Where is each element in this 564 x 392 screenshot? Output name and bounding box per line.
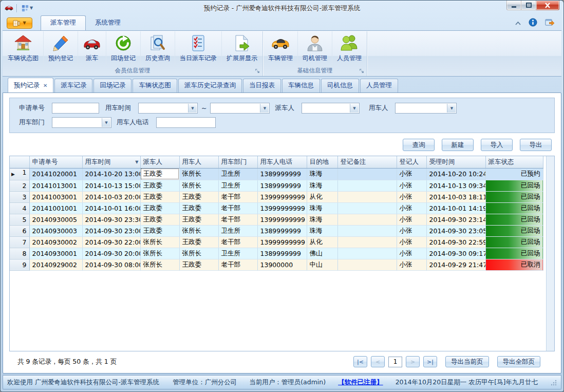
cell-status[interactable]: 已预约 bbox=[485, 168, 543, 180]
cell-use_time[interactable]: 2014-09-30 08:00 bbox=[82, 259, 140, 270]
cell-dispatcher[interactable]: 王政委 bbox=[140, 214, 179, 225]
cell-department[interactable]: 老干部 bbox=[218, 191, 257, 202]
chevron-down-icon[interactable]: ▼ bbox=[102, 118, 110, 127]
cell-department[interactable]: 老干部 bbox=[218, 202, 257, 214]
export-button[interactable]: 导出 bbox=[520, 139, 552, 151]
table-row[interactable]: 2201410130012014-10-13 15:00王政委张所长卫生所138… bbox=[10, 180, 543, 191]
column-header-user[interactable]: 用车人 bbox=[179, 156, 218, 168]
cell-phone[interactable]: 13999999999 bbox=[257, 236, 307, 248]
cell-application_no[interactable]: 20141003001 bbox=[29, 191, 82, 202]
next-page-button[interactable]: > bbox=[406, 356, 420, 367]
cell-status[interactable]: 已回场 bbox=[485, 214, 543, 225]
cell-dispatcher[interactable]: 张所长 bbox=[140, 248, 179, 259]
vertical-scrollbar[interactable] bbox=[546, 156, 554, 351]
cell-status[interactable]: 已回场 bbox=[485, 191, 543, 202]
extended-screen-button[interactable]: 扩展屏显示 bbox=[222, 31, 262, 66]
cell-user[interactable]: 王政委 bbox=[179, 202, 218, 214]
cell-remark[interactable] bbox=[337, 180, 397, 191]
cell-status[interactable]: 已回场 bbox=[485, 236, 543, 248]
cell-phone[interactable]: 1389999999 bbox=[257, 225, 307, 236]
cell-application_no[interactable]: 20140930002 bbox=[29, 236, 82, 248]
resize-grip-icon[interactable] bbox=[550, 379, 557, 386]
cell-destination[interactable]: 珠海 bbox=[307, 214, 337, 225]
cell-destination[interactable]: 珠海 bbox=[307, 225, 337, 236]
cell-department[interactable]: 老干部 bbox=[218, 236, 257, 248]
cell-application_no[interactable]: 20141020001 bbox=[29, 168, 82, 180]
collapse-ribbon-icon[interactable] bbox=[515, 20, 521, 27]
cell-use_time[interactable]: 2014-10-13 15:00 bbox=[82, 180, 140, 191]
cell-user[interactable]: 王政委 bbox=[179, 259, 218, 270]
cell-dispatcher[interactable]: 王政委 bbox=[140, 191, 179, 202]
chevron-down-icon[interactable]: ▼ bbox=[260, 104, 269, 113]
cell-dispatcher[interactable]: 张所长 bbox=[140, 236, 179, 248]
cell-use_time[interactable]: 2014-10-20 13:00 bbox=[82, 168, 140, 180]
cell-user[interactable]: 王政委 bbox=[179, 214, 218, 225]
column-header-use_time[interactable]: 用车时间▼ bbox=[82, 156, 140, 168]
cell-department[interactable]: 老干部 bbox=[218, 259, 257, 270]
column-filter-arrow-icon[interactable]: ▼ bbox=[135, 160, 138, 164]
table-row[interactable]: 4201410010012014-10-01 16:00王政委王政委老干部139… bbox=[10, 202, 543, 214]
driver-management-button[interactable]: 司机管理 bbox=[298, 31, 332, 66]
doc-tab-8[interactable]: 人员管理 bbox=[360, 79, 398, 92]
cell-destination[interactable]: 佛山 bbox=[307, 248, 337, 259]
cell-registrar[interactable]: 小张 bbox=[397, 259, 426, 270]
user-combo[interactable]: ▼ bbox=[395, 103, 457, 114]
cell-remark[interactable] bbox=[337, 248, 397, 259]
table-row[interactable]: 5201409300052014-09-30 23:30王政委王政委老干部139… bbox=[10, 214, 543, 225]
export-all-pages-button[interactable]: 导出全部页 bbox=[497, 356, 541, 367]
cell-department[interactable]: 老干部 bbox=[218, 214, 257, 225]
cell-destination[interactable]: 从化 bbox=[307, 191, 337, 202]
cell-destination[interactable]: 中山 bbox=[307, 259, 337, 270]
column-header-phone[interactable]: 用车人电话 bbox=[257, 156, 307, 168]
cell-registrar[interactable]: 小张 bbox=[397, 168, 426, 180]
column-header-remark[interactable]: 登记备注 bbox=[337, 156, 397, 168]
cell-destination[interactable]: 珠海 bbox=[307, 168, 337, 180]
cell-dispatcher[interactable]: 王政委 bbox=[140, 225, 179, 236]
cell-registrar[interactable]: 小张 bbox=[397, 191, 426, 202]
doc-tab-4[interactable]: 派车历史记录查询 bbox=[178, 79, 242, 92]
cell-remark[interactable] bbox=[337, 214, 397, 225]
history-query-button[interactable]: 历史查询 bbox=[141, 31, 175, 66]
column-header-accept_time[interactable]: 受理时间 bbox=[426, 156, 485, 168]
chevron-down-icon[interactable]: ▼ bbox=[350, 104, 359, 113]
cell-phone[interactable]: 1389999999 bbox=[257, 168, 307, 180]
exit-icon[interactable] bbox=[544, 18, 554, 28]
cell-application_no[interactable]: 20141001001 bbox=[29, 202, 82, 214]
export-current-page-button[interactable]: 导出当前页 bbox=[445, 356, 489, 367]
table-row[interactable]: ▶1201410200012014-10-20 13:00王政委张所长卫生所13… bbox=[10, 168, 543, 180]
vehicle-status-map-button[interactable]: 车辆状态图 bbox=[3, 31, 44, 66]
use-time-to-combo[interactable]: ▼ bbox=[210, 103, 270, 114]
cell-phone[interactable]: 1389999999 bbox=[257, 248, 307, 259]
cell-department[interactable]: 卫生所 bbox=[218, 248, 257, 259]
cell-user[interactable]: 张所长 bbox=[179, 168, 218, 180]
cell-user[interactable]: 张所长 bbox=[179, 225, 218, 236]
dialog-launcher-icon[interactable] bbox=[254, 68, 260, 74]
cell-department[interactable]: 卫生所 bbox=[218, 168, 257, 180]
table-row[interactable]: 6201409300032014-09-30 23:00王政委张所长卫生所138… bbox=[10, 225, 543, 236]
cell-accept_time[interactable]: 2014-09-30 23:14 bbox=[426, 214, 485, 225]
dispatcher-combo[interactable]: ▼ bbox=[302, 103, 360, 114]
cell-application_no[interactable]: 20140930005 bbox=[29, 214, 82, 225]
cell-remark[interactable] bbox=[337, 225, 397, 236]
cell-accept_time[interactable]: 2014-10-20 10:24 bbox=[426, 168, 485, 180]
cell-use_time[interactable]: 2014-09-30 23:30 bbox=[82, 214, 140, 225]
column-header-application_no[interactable]: 申请单号 bbox=[29, 156, 82, 168]
cell-dispatcher[interactable]: 王政委 bbox=[140, 202, 179, 214]
cell-remark[interactable] bbox=[337, 191, 397, 202]
doc-tab-5[interactable]: 当日报表 bbox=[243, 79, 281, 92]
quick-access-toolbar-icon[interactable]: ▼ bbox=[20, 4, 34, 13]
user-phone-input[interactable] bbox=[156, 117, 216, 128]
cell-use_time[interactable]: 2014-10-01 16:00 bbox=[82, 202, 140, 214]
cell-destination[interactable]: 从化 bbox=[307, 236, 337, 248]
cell-dispatcher[interactable]: 张所长 bbox=[140, 259, 179, 270]
cell-status[interactable]: 已回场 bbox=[485, 225, 543, 236]
registration-link[interactable]: 【软件已注册】 bbox=[338, 378, 383, 387]
dialog-launcher-icon[interactable] bbox=[359, 68, 365, 74]
personnel-management-button[interactable]: 人员管理 bbox=[332, 31, 366, 66]
cell-use_time[interactable]: 2014-09-30 22:00 bbox=[82, 236, 140, 248]
query-button[interactable]: 查询 bbox=[403, 139, 435, 151]
last-page-button[interactable]: >| bbox=[423, 356, 437, 367]
cell-dispatcher[interactable]: 王政委 bbox=[140, 180, 179, 191]
table-row[interactable]: 3201410030012014-10-03 20:00王政委王政委老干部139… bbox=[10, 191, 543, 202]
chevron-down-icon[interactable]: ▼ bbox=[188, 104, 197, 113]
